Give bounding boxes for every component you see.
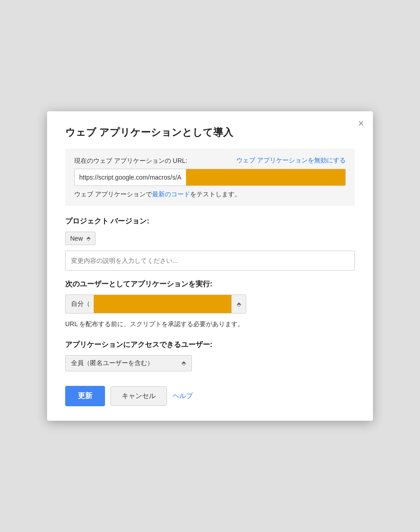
run-as-section: 次のユーザーとしてアプリケーションを実行: 自分（ ⬘ URL を配布する前に、…	[65, 280, 355, 329]
access-value: 全員（匿名ユーザーを含む）	[71, 359, 178, 367]
description-input[interactable]	[65, 251, 355, 271]
latest-code-link[interactable]: 最新のコード	[152, 190, 190, 198]
url-prefix: https://script.google.com/macros/s/A	[75, 170, 186, 185]
close-button[interactable]: ×	[358, 119, 364, 128]
access-arrow-icon: ⬘	[181, 360, 186, 366]
dialog-title: ウェブ アプリケーションとして導入	[65, 126, 355, 139]
run-as-masked	[94, 295, 231, 313]
disable-webapp-link[interactable]: ウェブ アプリケーションを無効にする	[236, 157, 346, 165]
url-display: https://script.google.com/macros/s/A	[74, 169, 346, 186]
cancel-button[interactable]: キャンセル	[110, 386, 167, 406]
deploy-dialog: × ウェブ アプリケーションとして導入 現在のウェブ アプリケーションの URL…	[47, 111, 373, 420]
project-version-label: プロジェクト バージョン:	[65, 217, 355, 226]
access-label: アプリケーションにアクセスできるユーザー:	[65, 340, 355, 350]
current-url-section: 現在のウェブ アプリケーションの URL: ウェブ アプリケーションを無効にする…	[65, 148, 355, 206]
current-url-label: 現在のウェブ アプリケーションの URL:	[74, 157, 187, 164]
help-button[interactable]: ヘルプ	[172, 392, 193, 400]
run-as-select[interactable]: 自分（ ⬘	[65, 294, 246, 314]
access-section: アプリケーションにアクセスできるユーザー: 全員（匿名ユーザーを含む） ⬘	[65, 340, 355, 371]
info-text: URL を配布する前に、スクリプトを承認する必要があります。	[65, 319, 355, 329]
version-spinner-icon: ⬘	[86, 235, 91, 242]
test-text: ウェブ アプリケーションで最新のコードをテストします。	[74, 190, 346, 199]
run-as-label: 次のユーザーとしてアプリケーションを実行:	[65, 280, 355, 289]
url-masked	[186, 169, 345, 185]
dialog-footer: 更新 キャンセル ヘルプ	[65, 386, 355, 406]
run-as-arrow-icon: ⬘	[231, 295, 246, 313]
project-version-section: プロジェクト バージョン: New ⬘	[65, 217, 355, 271]
run-as-prefix: 自分（	[71, 300, 90, 308]
version-select[interactable]: New ⬘	[65, 232, 95, 245]
update-button[interactable]: 更新	[65, 386, 105, 406]
access-select[interactable]: 全員（匿名ユーザーを含む） ⬘	[65, 355, 192, 371]
version-value: New	[70, 235, 83, 242]
